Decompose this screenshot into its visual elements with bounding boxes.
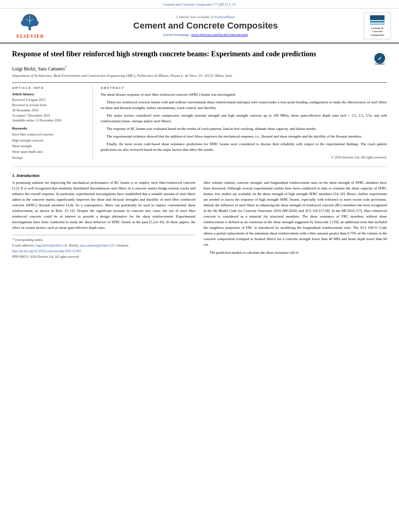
- article-info-col: ARTICLE INFO Article history: Received 9…: [12, 86, 93, 160]
- sciencedirect-link: Contents lists available at ScienceDirec…: [52, 15, 359, 19]
- elsevier-logo-area: ELSEVIER: [8, 12, 52, 39]
- svg-rect-10: [370, 21, 385, 23]
- main-content: ✓ CrossMark Response of steel fiber rein…: [0, 43, 399, 266]
- keyword-5: Stirrups: [12, 155, 86, 160]
- issn-footnote: 0958-9465/© 2016 Elsevier Ltd. All right…: [12, 255, 195, 259]
- introduction-text: A promising solution for improving the m…: [12, 180, 387, 260]
- article-title-text: Response of steel fiber reinforced high …: [12, 50, 316, 58]
- footnote-area: * Corresponding author. E-mail addresses…: [12, 235, 195, 259]
- section-divider: [12, 166, 387, 167]
- journal-logo-right: Cement &ConcreteComposites: [359, 12, 391, 39]
- page: Cement and Concrete Composites 77 (2017)…: [0, 0, 399, 532]
- keywords-label: Keywords:: [12, 126, 86, 130]
- abstract-col: ABSTRACT The shear-flexure response of s…: [101, 86, 387, 160]
- abstract-p1: The shear-flexure response of steel fibe…: [101, 92, 387, 98]
- svg-text:CrossMark: CrossMark: [375, 63, 385, 65]
- abstract-label: ABSTRACT: [101, 86, 387, 90]
- email2-name: (S. Cattaneo).: [111, 244, 129, 247]
- elsevier-brand-text: ELSEVIER: [16, 33, 44, 39]
- article-title-section: ✓ CrossMark Response of steel fiber rein…: [12, 49, 387, 62]
- intro-right-para: fiber volume content, concrete strength,…: [204, 180, 387, 247]
- keywords-list: Steel fiber reinforced concrete High-str…: [12, 131, 86, 160]
- authors-line: Luigi Biolzi, Sara Cattaneo*: [12, 65, 387, 72]
- journal-logo-text: Cement &ConcreteComposites: [370, 27, 385, 37]
- keyword-3: Shear strength: [12, 143, 86, 149]
- abstract-p4: The response of RC beams was evaluated b…: [101, 126, 387, 132]
- svg-text:✓: ✓: [378, 55, 382, 62]
- article-info-abstract: ARTICLE INFO Article history: Received 9…: [12, 82, 387, 160]
- svg-point-3: [21, 20, 29, 26]
- intro-right-para2: The prediction models to calculate the s…: [204, 250, 387, 256]
- received-text: Received 9 August 2015: [12, 98, 45, 102]
- revised-text: Received in revised form: [12, 103, 47, 107]
- authors-text: Luigi Biolzi, Sara Cattaneo: [12, 66, 65, 72]
- abstract-p2: Thirty-six reinforced concrete beams wit…: [101, 100, 387, 111]
- intro-left-col: A promising solution for improving the m…: [12, 180, 195, 260]
- email1-name: (L. Biolzi),: [64, 244, 79, 247]
- journal-header: ELSEVIER Contents lists available at Sci…: [0, 8, 399, 43]
- keyword-2: High-strength concrete: [12, 138, 86, 143]
- keyword-4: Shear span-depth ratio: [12, 149, 86, 154]
- homepage-link[interactable]: www.elsevier.com/locate/cemconcomp: [191, 33, 248, 37]
- email2-link[interactable]: sara.cattaneo@polimi.it: [80, 244, 110, 247]
- abstract-p6: Finally, the most recent code-based shea…: [101, 142, 387, 153]
- journal-ref-text: Cement and Concrete Composites 77 (2017)…: [163, 2, 236, 6]
- keyword-1: Steel fiber reinforced concrete: [12, 131, 86, 137]
- email-label: E-mail addresses:: [12, 244, 35, 247]
- abstract-p5: The experimental evidence showed that th…: [101, 134, 387, 140]
- introduction-section: 1. Introduction A promising solution for…: [12, 173, 387, 260]
- corresponding-footnote: * Corresponding author.: [12, 238, 195, 242]
- doi-footnote: http://dx.doi.org/10.1016/j.cemconcomp.2…: [12, 249, 195, 254]
- abstract-p3: The major factors considered were compre…: [101, 113, 387, 124]
- crossmark-badge: ✓ CrossMark: [372, 51, 387, 68]
- article-info-label: ARTICLE INFO: [12, 86, 86, 90]
- introduction-heading: 1. Introduction: [12, 173, 387, 178]
- svg-rect-11: [370, 23, 385, 25]
- journal-main-title: Cement and Concrete Composites: [52, 21, 359, 31]
- journal-ref-bar: Cement and Concrete Composites 77 (2017)…: [0, 0, 399, 8]
- corresponding-star: *: [65, 65, 67, 69]
- email1-link[interactable]: luigi.biolzi@polimi.it: [36, 244, 64, 247]
- intro-right-col: fiber volume content, concrete strength,…: [204, 180, 387, 260]
- intro-left-para: A promising solution for improving the m…: [12, 180, 195, 230]
- history-label: Article history:: [12, 92, 86, 96]
- revised-date: 28 November 2016: [12, 108, 39, 112]
- journal-logo-box: Cement &ConcreteComposites: [364, 12, 391, 39]
- svg-rect-9: [370, 15, 385, 20]
- doi-link[interactable]: http://dx.doi.org/10.1016/j.cemconcomp.2…: [12, 249, 81, 253]
- journal-homepage: journal homepage: www.elsevier.com/locat…: [52, 33, 359, 37]
- history-text: Received 9 August 2015 Received in revis…: [12, 97, 86, 123]
- corresponding-text: * Corresponding author.: [12, 238, 43, 242]
- email-footnote: E-mail addresses: luigi.biolzi@polimi.it…: [12, 243, 195, 248]
- elsevier-tree-logo: [14, 12, 46, 33]
- journal-title-area: Contents lists available at ScienceDirec…: [52, 15, 359, 37]
- available-text: Available online 13 December 2016: [12, 118, 62, 122]
- copyright-text: © 2016 Elsevier Ltd. All rights reserved…: [101, 155, 387, 159]
- sciencedirect-anchor[interactable]: ScienceDirect: [214, 15, 234, 19]
- affiliation-text: Department of Architecture, Built Enviro…: [12, 74, 387, 78]
- accepted-text: Accepted 7 December 2016: [12, 113, 50, 117]
- svg-point-4: [31, 20, 39, 26]
- abstract-text: The shear-flexure response of steel fibe…: [101, 92, 387, 152]
